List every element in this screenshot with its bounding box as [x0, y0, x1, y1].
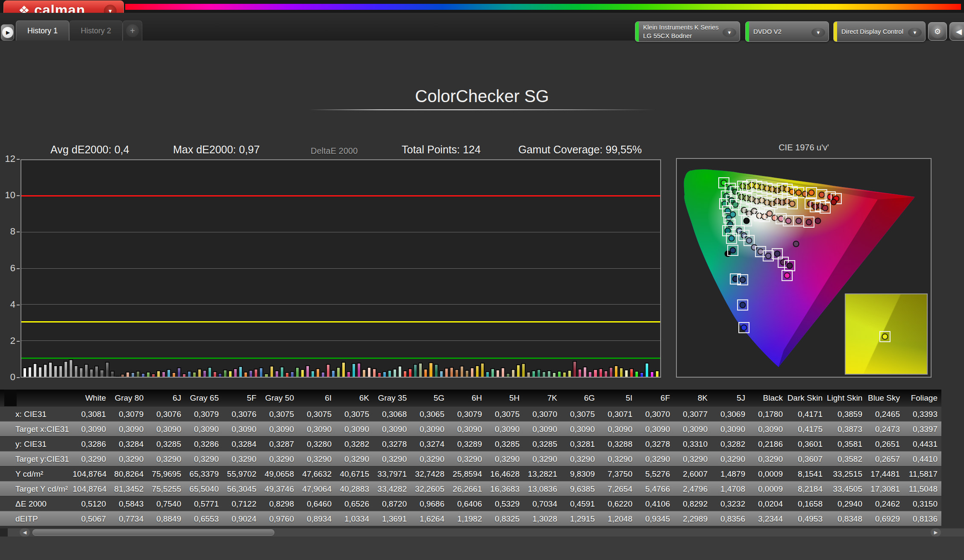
cie-measured-point — [729, 211, 736, 218]
de2000-bar — [521, 363, 526, 377]
column-header: Gray 65 — [185, 390, 223, 406]
chevron-down-icon[interactable]: ▼ — [811, 28, 825, 37]
table-cell: 0,3285 — [524, 437, 561, 451]
table-cell: 0,8720 — [373, 496, 411, 511]
de2000-bar — [33, 363, 37, 377]
table-cell: 0,3290 — [449, 452, 486, 466]
cie-measured-point — [822, 205, 829, 211]
history-tabs: History 1 History 2 + — [16, 21, 142, 41]
de2000-bar — [38, 366, 42, 377]
workflow-advance-button[interactable]: ▶ — [1, 24, 14, 41]
table-cell: 0,4410 — [904, 452, 941, 466]
cie-measured-point — [805, 219, 812, 225]
title-underline — [309, 109, 655, 110]
de2000-bar — [542, 371, 546, 377]
table-cell: 40,2883 — [336, 481, 373, 496]
de2000-bar — [562, 372, 567, 377]
table-row: Y cd/m²104,876480,826475,969565,337955,9… — [0, 466, 941, 481]
table-cell: 0,3290 — [561, 452, 599, 466]
table-cell: 0,3090 — [73, 422, 110, 436]
table-cell: 0,8348 — [827, 511, 867, 526]
de2000-bar — [506, 373, 510, 377]
table-cell: 0,3290 — [674, 452, 712, 466]
tab-history-2[interactable]: History 2 — [69, 21, 123, 41]
de2000-bar — [28, 366, 32, 377]
table-cell: 49,0658 — [261, 466, 298, 481]
table-cell: 0,4431 — [904, 437, 941, 451]
table-cell: 0,3278 — [373, 437, 411, 451]
column-header: Light Skin — [827, 390, 867, 406]
table-cell: 2,6007 — [674, 466, 712, 481]
device-dropdown-display[interactable]: Direct Display Control ▼ — [833, 21, 926, 42]
cie-measured-point — [796, 190, 802, 196]
table-cell: 0,5771 — [185, 496, 223, 511]
table-cell: 1,4879 — [712, 466, 749, 481]
y-tick-mark — [17, 305, 20, 305]
table-cell: 0,3290 — [185, 452, 223, 466]
column-header: Black — [749, 390, 787, 406]
table-cell: 0,3090 — [674, 422, 712, 436]
de2000-bar — [511, 369, 515, 377]
table-cell: 0,7122 — [223, 496, 261, 511]
settings-button[interactable]: ⚙ — [928, 22, 947, 41]
de2000-bar — [377, 372, 382, 377]
scrollbar-thumb[interactable] — [32, 529, 274, 536]
de2000-bar — [516, 364, 520, 377]
table-cell: 40,6715 — [336, 466, 373, 481]
de2000-bar — [413, 364, 417, 377]
column-header: Dark Skin — [787, 390, 827, 406]
table-cell: 75,9695 — [148, 466, 185, 481]
y-tick-label: 0 — [10, 372, 15, 383]
de2000-bar — [146, 372, 150, 377]
table-cell: 0,3285 — [148, 437, 185, 451]
de2000-bar — [547, 370, 551, 377]
table-cell: 32,2605 — [411, 481, 449, 496]
de2000-bar — [423, 369, 428, 377]
de2000-bar — [619, 367, 623, 377]
device-dropdown-meter[interactable]: Klein Instruments K Series LG 55CX Bodne… — [635, 21, 740, 42]
de2000-bar — [79, 367, 83, 377]
de2000-bar — [640, 372, 644, 377]
de2000-bar — [64, 361, 68, 377]
column-header: 5H — [486, 390, 524, 406]
y-tick-label: 4 — [10, 299, 15, 310]
scroll-right-button[interactable]: ▶ — [931, 528, 941, 537]
column-header: White — [73, 390, 110, 406]
table-cell: 0,3290 — [148, 452, 185, 466]
scroll-left-button[interactable]: ◀ — [20, 528, 30, 537]
de2000-bar — [249, 370, 253, 377]
de2000-bar — [53, 365, 58, 377]
table-cell: 0,3150 — [904, 496, 941, 511]
tab-history-1[interactable]: History 1 — [16, 21, 69, 41]
column-header: Gray 50 — [261, 390, 298, 406]
stat-total-points: Total Points: 124 — [402, 144, 481, 156]
column-header: Foliage — [904, 390, 941, 406]
add-tab-button[interactable]: + — [123, 21, 142, 41]
de2000-bar-chart — [21, 159, 661, 378]
de2000-bar — [59, 365, 63, 377]
de2000-bar — [593, 369, 597, 377]
table-cell: 0,3071 — [599, 407, 637, 421]
de2000-bar — [182, 373, 186, 377]
column-header: 5F — [223, 390, 261, 406]
table-corner — [4, 390, 17, 406]
column-header: 6F — [637, 390, 674, 406]
chevron-down-icon[interactable]: ▼ — [723, 28, 736, 37]
table-cell: 9,8309 — [561, 466, 599, 481]
table-cell: 32,7428 — [411, 466, 449, 481]
de2000-bar — [120, 374, 125, 377]
row-label: dEITP — [0, 511, 73, 526]
de2000-bar — [609, 367, 613, 377]
de2000-bar — [172, 372, 176, 377]
de2000-bar — [218, 373, 222, 377]
table-row: x: CIE310,30810,30790,30760,30790,30760,… — [0, 406, 941, 421]
table-header-row: WhiteGray 806JGray 655FGray 506I6KGray 3… — [0, 390, 941, 406]
device-dropdown-pattern[interactable]: DVDO V2 ▼ — [745, 21, 829, 42]
chevron-down-icon[interactable]: ▼ — [908, 28, 922, 37]
de2000-bar — [244, 372, 248, 377]
table-cell: 1,6264 — [411, 511, 449, 526]
de2000-bar — [136, 371, 140, 377]
collapse-panel-button[interactable]: ◀ — [949, 22, 964, 41]
table-cell: 81,3452 — [110, 481, 148, 496]
table-cell: 26,2661 — [449, 481, 486, 496]
